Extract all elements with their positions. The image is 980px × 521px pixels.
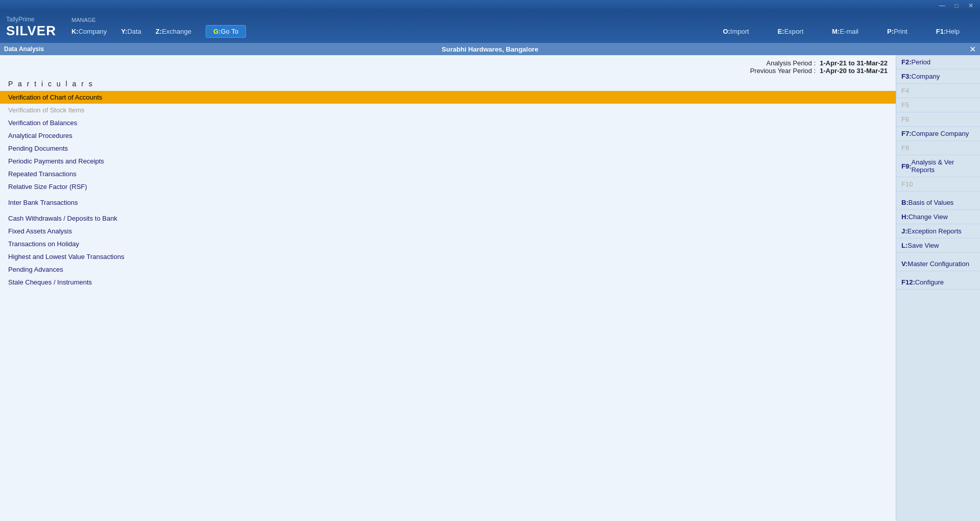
analysis-period-value: 1-Apr-21 to 31-Mar-22 xyxy=(820,59,888,67)
menu-import[interactable]: O:Import xyxy=(723,28,749,35)
list-item-cash-withdrawals[interactable]: Cash Withdrawals / Deposits to Bank xyxy=(0,212,896,225)
content-area: Analysis Period : Previous Year Period :… xyxy=(0,55,896,521)
sidebar-item-b-basis[interactable]: B:Basis of Values xyxy=(896,196,980,210)
menu-help[interactable]: F1:Help xyxy=(936,28,960,35)
brand-name: TallyPrime SILVER xyxy=(6,16,56,39)
window-title: Data Analysis xyxy=(4,45,44,53)
list-item-repeated-transactions[interactable]: Repeated Transactions xyxy=(0,168,896,180)
menu-export[interactable]: E:Export xyxy=(777,28,803,35)
branding-bar: TallyPrime SILVER MANAGE K:Company Y:Dat… xyxy=(0,11,980,43)
sidebar: F2:PeriodF3:CompanyF4F5F6F7:Compare Comp… xyxy=(896,55,980,521)
list-item-periodic-payments[interactable]: Periodic Payments and Receipts xyxy=(0,155,896,168)
menu-company[interactable]: K:Company xyxy=(71,28,107,35)
sidebar-item-j-exception[interactable]: J:Exception Reports xyxy=(896,224,980,239)
window-bar: Data Analysis Surabhi Hardwares, Bangalo… xyxy=(0,43,980,55)
sidebar-item-f9-analysis[interactable]: F9:Analysis & Ver Reports xyxy=(896,155,980,177)
list-item-relative-size[interactable]: Relative Size Factor (RSF) xyxy=(0,180,896,193)
sidebar-item-f5: F5 xyxy=(896,98,980,112)
sidebar-spacer xyxy=(896,271,980,275)
manage-label: MANAGE xyxy=(71,17,974,23)
prev-period-value: 1-Apr-20 to 31-Mar-21 xyxy=(820,67,888,75)
sidebar-item-f8: F8 xyxy=(896,141,980,155)
menu-right: O:Import E:Export M:E-mail P:Print F1:He… xyxy=(723,28,974,35)
sidebar-spacer xyxy=(896,192,980,196)
list-item-fixed-assets[interactable]: Fixed Assets Analysis xyxy=(0,225,896,238)
period-values: 1-Apr-21 to 31-Mar-22 1-Apr-20 to 31-Mar… xyxy=(820,59,888,75)
window-close-icon[interactable]: ✕ xyxy=(969,44,976,54)
menu-exchange[interactable]: Z:Exchange xyxy=(156,28,191,35)
list-item-verification-stock: Verification of Stock Items xyxy=(0,104,896,116)
sidebar-item-f12-configure[interactable]: F12:Configure xyxy=(896,275,980,290)
data-list: Verification of Chart of AccountsVerific… xyxy=(0,91,896,521)
sidebar-item-f7-compare[interactable]: F7:Compare Company xyxy=(896,127,980,141)
period-info: Analysis Period : Previous Year Period :… xyxy=(0,55,896,77)
sidebar-item-f3-company[interactable]: F3:Company xyxy=(896,69,980,84)
sidebar-item-f10: F10 xyxy=(896,177,980,192)
list-item-analytical-procedures[interactable]: Analytical Procedures xyxy=(0,129,896,142)
sidebar-item-v-master[interactable]: V:Master Configuration xyxy=(896,257,980,271)
sidebar-item-f2-period[interactable]: F2:Period xyxy=(896,55,980,69)
sidebar-spacer xyxy=(896,253,980,257)
sidebar-item-f4: F4 xyxy=(896,84,980,98)
particulars-header: P a r t i c u l a r s xyxy=(0,77,896,91)
brand-tally: TallyPrime xyxy=(6,16,56,23)
list-item-transactions-holiday[interactable]: Transactions on Holiday xyxy=(0,238,896,250)
close-button[interactable]: ✕ xyxy=(966,2,976,10)
prev-period-label: Previous Year Period : xyxy=(750,67,816,75)
brand-silver: SILVER xyxy=(6,23,56,39)
period-labels: Analysis Period : Previous Year Period : xyxy=(750,59,816,75)
list-item-verification-balances[interactable]: Verification of Balances xyxy=(0,116,896,129)
main-layout: Analysis Period : Previous Year Period :… xyxy=(0,55,980,521)
list-item-pending-documents[interactable]: Pending Documents xyxy=(0,142,896,155)
window-company: Surabhi Hardwares, Bangalore xyxy=(442,45,538,53)
list-item-inter-bank[interactable]: Inter Bank Transactions xyxy=(0,196,896,209)
menu-data[interactable]: Y:Data xyxy=(121,28,141,35)
menu-bar: K:Company Y:Data Z:Exchange G:Go To O:Im… xyxy=(71,25,974,38)
sidebar-item-l-save-view[interactable]: L:Save View xyxy=(896,239,980,253)
list-item-highest-lowest[interactable]: Highest and Lowest Value Transactions xyxy=(0,250,896,263)
analysis-period-label: Analysis Period : xyxy=(750,59,816,67)
sidebar-item-h-change-view[interactable]: H:Change View xyxy=(896,210,980,224)
title-bar: — □ ✕ xyxy=(0,0,980,11)
menu-goto[interactable]: G:Go To xyxy=(206,25,246,38)
list-item-pending-advances[interactable]: Pending Advances xyxy=(0,263,896,276)
sidebar-item-f6: F6 xyxy=(896,112,980,127)
menu-email[interactable]: M:E-mail xyxy=(832,28,859,35)
maximize-button[interactable]: □ xyxy=(951,2,962,10)
minimize-button[interactable]: — xyxy=(937,2,947,10)
list-item-stale-cheques[interactable]: Stale Cheques / Instruments xyxy=(0,276,896,289)
list-item-verification-chart[interactable]: Verification of Chart of Accounts xyxy=(0,91,896,104)
menu-print[interactable]: P:Print xyxy=(887,28,908,35)
